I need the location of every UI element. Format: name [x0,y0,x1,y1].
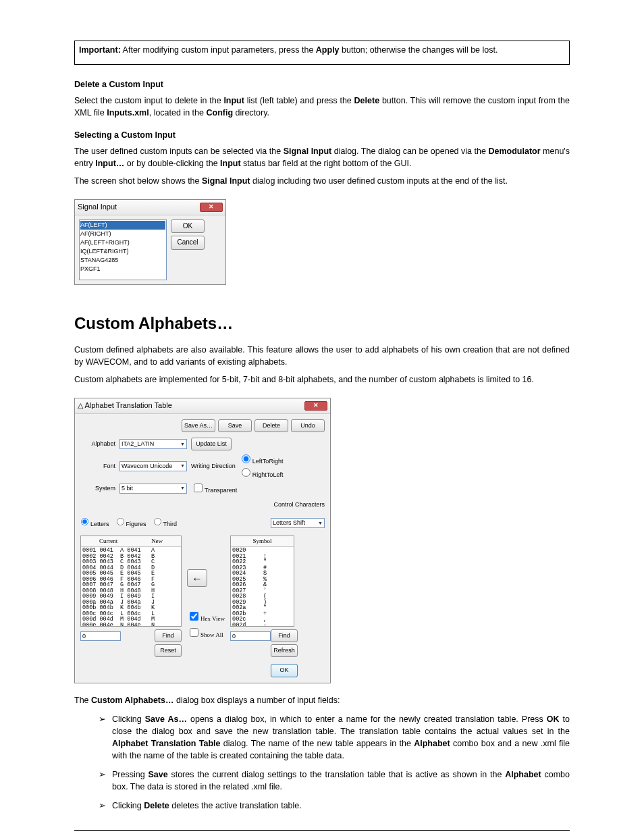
list-item[interactable]: AF(LEFT+RIGHT) [80,238,165,247]
find-input-right[interactable]: 0 [230,631,271,641]
delete-button[interactable]: Delete [254,419,288,432]
arrow-left-icon[interactable]: ← [187,569,207,587]
heading-selecting: Selecting a Custom Input [74,129,570,141]
refresh-button[interactable]: Refresh [271,644,298,657]
dialog-title: △ Alphabet Translation Table [78,400,172,411]
para-after-dialog: The Custom Alphabets… dialog box display… [74,694,570,706]
alphabet-combo[interactable]: ITA2_LATIN▼ [119,439,187,449]
update-list-button[interactable]: Update List [191,438,232,450]
para-delete: Select the custom input to delete in the… [74,95,570,119]
bullet-list: ➢ Clicking Save As… opens a dialog box, … [99,713,570,812]
show-all-checkbox[interactable] [190,628,198,637]
list-item[interactable]: AF(RIGHT) [80,230,165,238]
label-font: Font [80,462,115,471]
chevron-down-icon: ▼ [180,463,185,469]
label-alphabet: Alphabet [80,440,115,448]
cancel-button[interactable]: Cancel [171,236,205,250]
bullet-icon: ➢ [99,713,112,762]
rtl-radio[interactable] [242,468,250,477]
save-as-button[interactable]: Save As… [182,419,215,432]
undo-button[interactable]: Undo [291,419,325,432]
para-alpha1: Custom defined alphabets are also availa… [74,344,570,368]
alphabet-translation-dialog: △ Alphabet Translation Table ✕ Save As… … [74,398,331,683]
list-item[interactable]: IQ(LEFT&RIGHT) [80,247,165,256]
letters-radio[interactable] [81,518,88,525]
left-table[interactable]: CurrentNew 0001 0041 A 0041 A 0002 0042 … [80,536,182,627]
chevron-down-icon: ▼ [180,441,185,448]
list-item: ➢ Clicking Save As… opens a dialog box, … [99,713,570,762]
system-combo[interactable]: 5 bit▼ [119,484,187,494]
input-listbox[interactable]: AF(LEFT) AF(RIGHT) AF(LEFT+RIGHT) IQ(LEF… [79,219,167,280]
list-item[interactable]: PXGF1 [80,265,165,273]
chevron-down-icon: ▼ [318,520,323,527]
hex-view-checkbox[interactable] [190,612,198,621]
list-item[interactable]: AF(LEFT) [80,221,165,230]
para-screenshot-intro: The screen shot below shows the Signal I… [74,175,570,187]
right-table[interactable]: Symbol 0020 0021 ! 0022 " 0023 # 0024 $ … [230,536,294,627]
save-button[interactable]: Save [218,419,252,432]
find-button-left[interactable]: Find [155,629,182,642]
page-content: Important: After modifying custom input … [74,41,570,834]
para-selecting: The user defined custom inputs can be se… [74,145,570,170]
transparent-checkbox[interactable] [194,484,203,492]
dialog-title: Signal Input [78,202,117,213]
page-footer: WAVECOM Decoder W61PC/LAN Manual V7.5 Fi… [74,830,570,834]
close-icon[interactable]: ✕ [200,203,223,212]
label-system: System [80,484,115,493]
list-item[interactable]: STANAG4285 [80,256,165,265]
reset-button[interactable]: Reset [155,644,182,657]
heading-custom-alphabets: Custom Alphabets… [74,312,570,336]
control-chars-combo[interactable]: Letters Shift▼ [271,518,325,528]
important-box: Important: After modifying custom input … [74,41,570,65]
find-input-left[interactable]: 0 [80,631,121,641]
bullet-icon: ➢ [99,800,112,812]
label-control-chars: Control Characters [273,500,325,509]
third-radio[interactable] [154,518,161,525]
figures-radio[interactable] [116,518,124,525]
close-icon[interactable]: ✕ [304,401,327,411]
find-button-right[interactable]: Find [271,629,298,642]
ltr-radio[interactable] [242,454,250,463]
para-alpha2: Custom alphabets are implemented for 5-b… [74,373,570,386]
label-writing-dir: Writing Direction [191,462,236,471]
signal-input-dialog: Signal Input ✕ AF(LEFT) AF(RIGHT) AF(LEF… [74,199,226,285]
bullet-icon: ➢ [99,768,112,793]
ok-button[interactable]: OK [171,219,205,234]
chevron-down-icon: ▼ [180,485,185,492]
list-item: ➢ Clicking Delete deletes the active tra… [99,800,570,812]
list-item: ➢ Pressing Save stores the current dialo… [99,768,570,793]
important-label: Important: [79,45,121,55]
font-combo[interactable]: Wavecom Unicode▼ [119,461,187,471]
ok-button[interactable]: OK [271,664,298,677]
heading-delete: Delete a Custom Input [74,78,570,90]
